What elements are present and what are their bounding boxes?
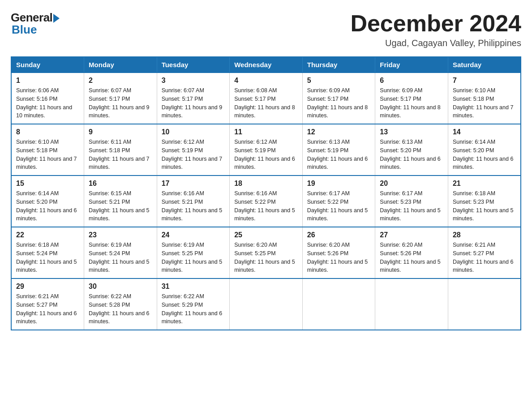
day-info: Sunrise: 6:14 AMSunset: 5:20 PMDaylight:… — [453, 139, 514, 170]
header-day-wednesday: Wednesday — [230, 57, 303, 73]
calendar-cell: 5 Sunrise: 6:09 AMSunset: 5:17 PMDayligh… — [302, 73, 375, 124]
day-number: 31 — [162, 283, 225, 291]
calendar-cell: 30 Sunrise: 6:22 AMSunset: 5:28 PMDaylig… — [84, 278, 157, 330]
calendar-cell: 11 Sunrise: 6:12 AMSunset: 5:19 PMDaylig… — [230, 124, 303, 176]
day-number: 25 — [234, 231, 298, 239]
day-info: Sunrise: 6:13 AMSunset: 5:19 PMDaylight:… — [307, 139, 368, 170]
calendar-cell: 28 Sunrise: 6:21 AMSunset: 5:27 PMDaylig… — [448, 227, 521, 278]
header-day-monday: Monday — [84, 57, 157, 73]
calendar-cell: 27 Sunrise: 6:20 AMSunset: 5:26 PMDaylig… — [375, 227, 448, 278]
day-number: 9 — [89, 128, 152, 136]
day-info: Sunrise: 6:17 AMSunset: 5:22 PMDaylight:… — [307, 190, 368, 222]
calendar-cell: 14 Sunrise: 6:14 AMSunset: 5:20 PMDaylig… — [448, 124, 521, 176]
calendar-cell: 9 Sunrise: 6:11 AMSunset: 5:18 PMDayligh… — [84, 124, 157, 176]
logo-blue-text: Blue — [12, 23, 37, 37]
day-info: Sunrise: 6:07 AMSunset: 5:17 PMDaylight:… — [162, 87, 223, 119]
day-number: 18 — [234, 180, 298, 188]
day-number: 12 — [307, 128, 371, 136]
day-number: 14 — [453, 128, 516, 136]
calendar-cell — [230, 278, 303, 330]
calendar-week-4: 22 Sunrise: 6:18 AMSunset: 5:24 PMDaylig… — [11, 227, 521, 278]
calendar-cell — [375, 278, 448, 330]
day-number: 30 — [89, 283, 152, 291]
calendar-cell: 24 Sunrise: 6:19 AMSunset: 5:25 PMDaylig… — [157, 227, 230, 278]
calendar-cell: 12 Sunrise: 6:13 AMSunset: 5:19 PMDaylig… — [302, 124, 375, 176]
day-number: 19 — [307, 180, 371, 188]
month-title: December 2024 — [350, 11, 521, 36]
calendar-week-5: 29 Sunrise: 6:21 AMSunset: 5:27 PMDaylig… — [11, 278, 521, 330]
header-day-saturday: Saturday — [448, 57, 521, 73]
calendar-cell: 1 Sunrise: 6:06 AMSunset: 5:16 PMDayligh… — [11, 73, 84, 124]
calendar-cell: 18 Sunrise: 6:16 AMSunset: 5:22 PMDaylig… — [230, 176, 303, 227]
day-number: 2 — [89, 77, 152, 85]
day-info: Sunrise: 6:07 AMSunset: 5:17 PMDaylight:… — [89, 87, 150, 119]
header-day-tuesday: Tuesday — [157, 57, 230, 73]
calendar-week-2: 8 Sunrise: 6:10 AMSunset: 5:18 PMDayligh… — [11, 124, 521, 176]
calendar-cell: 29 Sunrise: 6:21 AMSunset: 5:27 PMDaylig… — [11, 278, 84, 330]
day-number: 10 — [162, 128, 225, 136]
day-info: Sunrise: 6:17 AMSunset: 5:23 PMDaylight:… — [380, 190, 441, 222]
calendar-cell: 15 Sunrise: 6:14 AMSunset: 5:20 PMDaylig… — [11, 176, 84, 227]
calendar-cell: 25 Sunrise: 6:20 AMSunset: 5:25 PMDaylig… — [230, 227, 303, 278]
calendar-cell: 23 Sunrise: 6:19 AMSunset: 5:24 PMDaylig… — [84, 227, 157, 278]
day-info: Sunrise: 6:16 AMSunset: 5:21 PMDaylight:… — [162, 190, 223, 222]
logo: General Blue — [11, 11, 60, 37]
day-number: 28 — [453, 231, 516, 239]
day-number: 11 — [234, 128, 298, 136]
header-day-friday: Friday — [375, 57, 448, 73]
day-info: Sunrise: 6:21 AMSunset: 5:27 PMDaylight:… — [453, 242, 514, 273]
day-info: Sunrise: 6:18 AMSunset: 5:24 PMDaylight:… — [16, 242, 77, 273]
calendar-cell: 16 Sunrise: 6:15 AMSunset: 5:21 PMDaylig… — [84, 176, 157, 227]
day-info: Sunrise: 6:11 AMSunset: 5:18 PMDaylight:… — [89, 139, 150, 170]
location-subtitle: Ugad, Cagayan Valley, Philippines — [350, 38, 521, 48]
day-info: Sunrise: 6:19 AMSunset: 5:25 PMDaylight:… — [162, 242, 223, 273]
calendar-cell: 20 Sunrise: 6:17 AMSunset: 5:23 PMDaylig… — [375, 176, 448, 227]
calendar-cell: 7 Sunrise: 6:10 AMSunset: 5:18 PMDayligh… — [448, 73, 521, 124]
day-info: Sunrise: 6:20 AMSunset: 5:26 PMDaylight:… — [307, 242, 368, 273]
calendar-cell: 26 Sunrise: 6:20 AMSunset: 5:26 PMDaylig… — [302, 227, 375, 278]
day-number: 29 — [16, 283, 79, 291]
day-info: Sunrise: 6:22 AMSunset: 5:29 PMDaylight:… — [162, 293, 223, 325]
logo-arrow-icon — [53, 14, 60, 23]
day-number: 5 — [307, 77, 371, 85]
day-info: Sunrise: 6:19 AMSunset: 5:24 PMDaylight:… — [89, 242, 150, 273]
day-info: Sunrise: 6:20 AMSunset: 5:26 PMDaylight:… — [380, 242, 441, 273]
calendar-cell: 22 Sunrise: 6:18 AMSunset: 5:24 PMDaylig… — [11, 227, 84, 278]
header-day-thursday: Thursday — [302, 57, 375, 73]
calendar-table: SundayMondayTuesdayWednesdayThursdayFrid… — [11, 56, 521, 330]
day-info: Sunrise: 6:13 AMSunset: 5:20 PMDaylight:… — [380, 139, 441, 170]
calendar-cell: 10 Sunrise: 6:12 AMSunset: 5:19 PMDaylig… — [157, 124, 230, 176]
day-info: Sunrise: 6:20 AMSunset: 5:25 PMDaylight:… — [234, 242, 295, 273]
day-number: 13 — [380, 128, 443, 136]
day-number: 26 — [307, 231, 371, 239]
day-info: Sunrise: 6:08 AMSunset: 5:17 PMDaylight:… — [234, 87, 295, 119]
calendar-cell: 3 Sunrise: 6:07 AMSunset: 5:17 PMDayligh… — [157, 73, 230, 124]
calendar-cell — [448, 278, 521, 330]
header-day-sunday: Sunday — [11, 57, 84, 73]
day-number: 16 — [89, 180, 152, 188]
calendar-cell: 8 Sunrise: 6:10 AMSunset: 5:18 PMDayligh… — [11, 124, 84, 176]
day-info: Sunrise: 6:15 AMSunset: 5:21 PMDaylight:… — [89, 190, 150, 222]
day-number: 22 — [16, 231, 79, 239]
day-number: 21 — [453, 180, 516, 188]
day-info: Sunrise: 6:21 AMSunset: 5:27 PMDaylight:… — [16, 293, 77, 325]
calendar-cell: 6 Sunrise: 6:09 AMSunset: 5:17 PMDayligh… — [375, 73, 448, 124]
day-number: 1 — [16, 77, 79, 85]
day-number: 27 — [380, 231, 443, 239]
calendar-cell: 2 Sunrise: 6:07 AMSunset: 5:17 PMDayligh… — [84, 73, 157, 124]
calendar-week-3: 15 Sunrise: 6:14 AMSunset: 5:20 PMDaylig… — [11, 176, 521, 227]
day-number: 20 — [380, 180, 443, 188]
calendar-cell: 4 Sunrise: 6:08 AMSunset: 5:17 PMDayligh… — [230, 73, 303, 124]
calendar-cell — [302, 278, 375, 330]
day-number: 15 — [16, 180, 79, 188]
day-number: 6 — [380, 77, 443, 85]
calendar-cell: 21 Sunrise: 6:18 AMSunset: 5:23 PMDaylig… — [448, 176, 521, 227]
day-info: Sunrise: 6:22 AMSunset: 5:28 PMDaylight:… — [89, 293, 150, 325]
calendar-week-1: 1 Sunrise: 6:06 AMSunset: 5:16 PMDayligh… — [11, 73, 521, 124]
day-info: Sunrise: 6:14 AMSunset: 5:20 PMDaylight:… — [16, 190, 77, 222]
calendar-cell: 17 Sunrise: 6:16 AMSunset: 5:21 PMDaylig… — [157, 176, 230, 227]
day-info: Sunrise: 6:12 AMSunset: 5:19 PMDaylight:… — [162, 139, 223, 170]
day-number: 24 — [162, 231, 225, 239]
page-header: General Blue December 2024 Ugad, Cagayan… — [11, 11, 521, 48]
calendar-cell: 19 Sunrise: 6:17 AMSunset: 5:22 PMDaylig… — [302, 176, 375, 227]
